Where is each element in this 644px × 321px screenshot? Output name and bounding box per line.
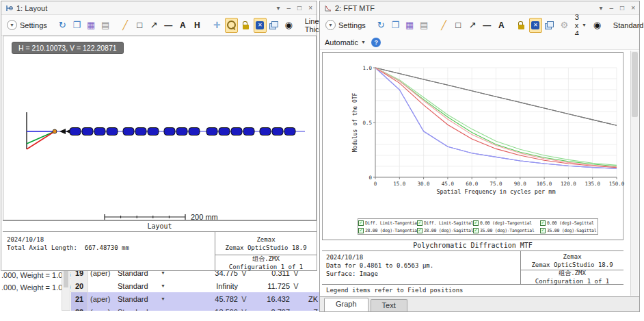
window-menu-button[interactable]: ▾ (277, 4, 280, 12)
save-image-button[interactable]: ▦ (403, 18, 416, 33)
legend-checkbox-icon[interactable]: ✓ (417, 220, 422, 226)
fit-window-button[interactable]: ✕ (529, 18, 542, 33)
legend-checkbox-icon[interactable]: ✓ (473, 228, 479, 233)
legend-checkbox-icon[interactable]: ✓ (473, 220, 479, 226)
scrollbar-thumb[interactable] (64, 270, 68, 287)
radius-value[interactable]: 45.782 (170, 295, 238, 303)
dimension-button[interactable]: H (191, 18, 204, 33)
help-button[interactable]: ? (370, 35, 383, 50)
thickness-value[interactable]: 16.432 (250, 295, 290, 303)
settings-button[interactable]: ▼ Settings (5, 18, 49, 32)
mtf-scrollbar[interactable] (630, 51, 639, 296)
glass-value[interactable]: ZK (302, 295, 319, 303)
record-icon: ◉ (285, 21, 293, 29)
draw-arrow-button[interactable]: ↗ (148, 18, 161, 33)
glass-value[interactable]: Z (302, 308, 319, 311)
draw-dash-icon: — (164, 21, 172, 29)
tab-graph[interactable]: Graph (324, 298, 368, 311)
chevron-down-icon: ▼ (582, 23, 587, 27)
draw-rectangle-button[interactable]: □ (133, 18, 146, 33)
draw-line-button[interactable]: ╱ (438, 18, 451, 33)
window-menu-button[interactable]: ▾ (600, 4, 603, 12)
zoom-button[interactable] (225, 18, 238, 33)
legend-checkbox-icon[interactable]: ✓ (540, 228, 546, 233)
thickness-value[interactable]: 11.725 (250, 282, 290, 290)
layers-button[interactable] (268, 18, 281, 33)
lock-button[interactable] (239, 18, 252, 33)
chevron-down-icon: ▼ (161, 270, 165, 275)
radius-solve-flag[interactable]: V (238, 308, 250, 311)
pan-icon: ✛ (213, 21, 221, 29)
legend-label: Diff. Limit-Tangential (365, 220, 417, 226)
mtf-legend: ✓Diff. Limit-Tangential✓Diff. Limit-Sagi… (358, 218, 598, 235)
legend-checkbox-icon[interactable]: ✓ (358, 228, 364, 233)
copy-button[interactable]: ❐ (70, 18, 83, 33)
editor-scrollbar[interactable] (62, 266, 70, 311)
fit-window-button[interactable]: ✕ (254, 18, 267, 33)
tab-text[interactable]: Text (371, 299, 407, 311)
surface-row-22[interactable]: 22(aper)Standard▼13.596V2.797Z (71, 305, 319, 311)
scrollbar-thumb[interactable] (632, 52, 638, 117)
thickness-value[interactable]: 2.797 (250, 308, 290, 311)
radius-value[interactable]: 13.596 (170, 308, 238, 311)
legend-checkbox-icon[interactable]: ✓ (540, 220, 546, 226)
surface-type-dropdown[interactable]: Standard▼ (118, 282, 170, 290)
legend-checkbox-icon[interactable]: ✓ (417, 228, 422, 233)
refresh-button[interactable]: ↻ (375, 18, 388, 33)
lock-button[interactable] (515, 18, 528, 33)
minimize-button[interactable]: – (287, 4, 291, 12)
radius-solve-flag[interactable]: V (238, 295, 250, 303)
save-image-icon: ▦ (405, 21, 414, 29)
text-tool-icon: A (498, 21, 505, 29)
draw-line-button[interactable]: ╱ (119, 18, 132, 33)
draw-dash-button[interactable]: — (481, 18, 494, 33)
grid-size-dropdown[interactable]: 3 x 4 ▼ (572, 13, 589, 38)
copy-button[interactable]: ❐ (389, 18, 402, 33)
cursor-coordinates-badge: H = 210.10073, V = 122.20871 (12, 42, 124, 54)
record-button[interactable]: ◉ (591, 18, 604, 33)
draw-rectangle-button[interactable]: □ (452, 18, 465, 33)
radius-value[interactable]: Infinity (170, 282, 238, 290)
automatic-dropdown[interactable]: Automatic ▼ (323, 38, 368, 47)
surface-type-dropdown[interactable]: Standard▼ (118, 295, 170, 303)
copy-icon: ❐ (72, 21, 81, 29)
text-tool-button[interactable]: A (495, 18, 508, 33)
close-button[interactable]: × (308, 4, 312, 12)
layout-toolbar: ▼ Settings ↻❐▦▤ ╱□↗—AH ✛✕◉ Line Thicknes… (1, 15, 317, 36)
layout-titlebar[interactable]: 1: Layout ▾ – □ × (1, 1, 317, 15)
svg-text:0.5: 0.5 (362, 120, 372, 126)
text-tool-button[interactable]: A (176, 18, 189, 33)
print-button[interactable]: ▤ (99, 18, 112, 33)
print-icon: ▤ (101, 21, 109, 29)
surface-type-dropdown[interactable]: Standard▼ (118, 308, 170, 311)
gear-button[interactable]: ⚙ (558, 18, 571, 33)
layout-window-icon (5, 4, 14, 12)
mtf-info-file: 组合.ZMX Configuration 1 of 1 (520, 270, 623, 285)
svg-text:0: 0 (374, 181, 377, 187)
surface-type-label: Standard (118, 308, 148, 311)
legend-item: ✓0.00 (deg)-Sagittal (540, 220, 599, 226)
chevron-down-icon: ▼ (161, 283, 165, 288)
surface-row-21[interactable]: 21(aper)Standard▼45.782V16.432ZK (71, 292, 319, 306)
minimize-button[interactable]: – (610, 4, 614, 12)
record-button[interactable]: ◉ (282, 18, 295, 33)
pan-button[interactable]: ✛ (211, 18, 224, 33)
print-button[interactable]: ▤ (418, 18, 431, 33)
maximize-button[interactable]: □ (297, 4, 301, 12)
legend-checkbox-icon[interactable]: ✓ (358, 220, 364, 226)
layers-button[interactable] (544, 18, 556, 33)
thickness-solve-flag[interactable]: V (290, 282, 302, 290)
draw-dash-button[interactable]: — (162, 18, 175, 33)
mtf-titlebar[interactable]: 2: FFT MTF ▾ – □ × (320, 1, 639, 15)
surface-table: 19(aper)Standard▼34.775V0.311V20Standard… (71, 266, 319, 311)
close-button[interactable]: × (631, 4, 635, 12)
zoom-icon (227, 21, 236, 29)
standard-dropdown[interactable]: Standard ▼ (611, 21, 644, 29)
draw-arrow-button[interactable]: ↗ (466, 18, 479, 33)
svg-text:30.0: 30.0 (418, 181, 431, 187)
settings-button[interactable]: ▼ Settings (323, 18, 368, 32)
maximize-button[interactable]: □ (620, 4, 624, 12)
refresh-button[interactable]: ↻ (56, 18, 69, 33)
surface-row-20[interactable]: 20Standard▼Infinity11.725V (71, 279, 319, 293)
save-image-button[interactable]: ▦ (85, 18, 98, 33)
